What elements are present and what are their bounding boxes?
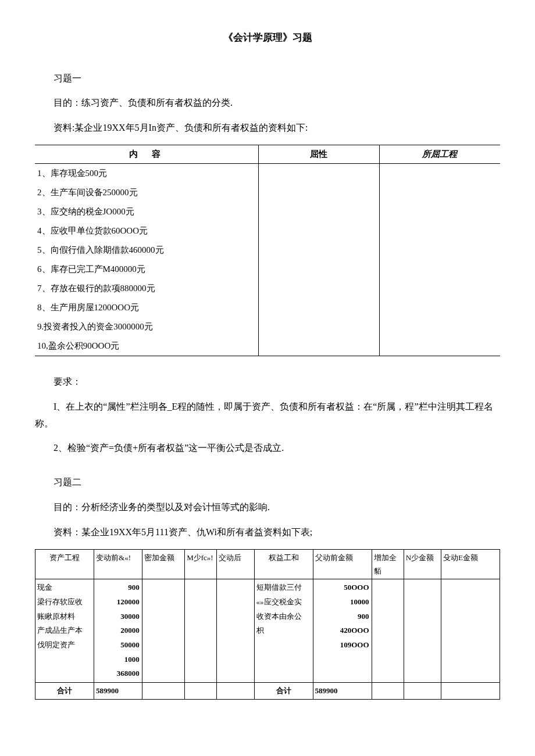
h-dec-a: M少fc»! <box>185 549 217 579</box>
ex1-req2: 2、检验“资产=负债+所有者权益”这一平衡公式是否成立. <box>35 440 500 457</box>
ex1-heading: 习题一 <box>35 70 500 87</box>
h-equity-item: 权益工和 <box>254 549 313 579</box>
ex1-req1: I、在上衣的“属性”栏注明各_E程的随性，即属于资产、负债和所有者权益：在“所属… <box>35 399 500 432</box>
col-proj-header: 所屈工程 <box>379 145 500 163</box>
cell <box>372 683 404 699</box>
proj-cell <box>379 241 500 260</box>
ex1-material: 资料:某企业19XX年5月In资产、负债和所有者权益的资料如下: <box>35 120 500 137</box>
col-content-header: 内容 <box>35 145 258 163</box>
total-assets: 589900 <box>94 683 142 699</box>
asset-labels: 现金 梁行存软应收 账瞅原材料 产成品生产本 伐明定资产 <box>35 579 94 683</box>
h-after-e: 殳动E金额 <box>441 549 500 579</box>
cell <box>217 683 254 699</box>
ex1-table: 内容 屈性 所屈工程 1、库存现金500元 2、生产车间设备250000元 3、… <box>35 145 500 356</box>
ex2-material: 资料：某企业19XX年5月111资产、仇Wi和所有者益资料如下表; <box>35 524 500 541</box>
h-dec-e: N少金额 <box>404 549 441 579</box>
attr-cell <box>258 183 379 202</box>
cell <box>441 579 500 683</box>
cell <box>372 579 404 683</box>
equity-values: 50OOO 10000 900 420OOO 109OOO <box>313 579 372 683</box>
ex2-purpose: 目的：分析经济业务的类型以及对会计恒等式的影响. <box>35 499 500 516</box>
table-row: 7、存放在银行的款项880000元 <box>35 279 258 298</box>
attr-cell <box>258 260 379 279</box>
proj-cell <box>379 336 500 356</box>
total-label-e: 合计 <box>254 683 313 699</box>
table-row: 10,盈余公积90OOO元 <box>35 336 258 356</box>
proj-cell <box>379 163 500 183</box>
table-row: 5、向假行借入除期借款460000元 <box>35 241 258 260</box>
table-row: 3、应交纳的税金JO000元 <box>35 202 258 221</box>
h-inc-e: 增加全貊 <box>372 549 404 579</box>
attr-cell <box>258 202 379 221</box>
cell <box>404 579 441 683</box>
h-before-e: 父动前金额 <box>313 549 372 579</box>
cell <box>185 579 217 683</box>
col-attr-header: 屈性 <box>258 145 379 163</box>
h-before-a: 变动前&«! <box>94 549 142 579</box>
attr-cell <box>258 298 379 317</box>
table-row: 6、库存已完工产M400000元 <box>35 260 258 279</box>
table-row: 4、应收甲单位货款60OOO元 <box>35 221 258 241</box>
cell <box>217 579 254 683</box>
attr-cell <box>258 163 379 183</box>
h-inc-a: 密加金额 <box>142 549 184 579</box>
cell <box>441 683 500 699</box>
h-after-a: 交动后 <box>217 549 254 579</box>
table-row: 8、生产用房屋1200OOO元 <box>35 298 258 317</box>
proj-cell <box>379 260 500 279</box>
exercise-1: 习题一 目的：练习资产、负债和所有者权益的分类. 资料:某企业19XX年5月In… <box>35 70 500 457</box>
h-asset-item: 资产工程 <box>35 549 94 579</box>
cell <box>142 683 184 699</box>
proj-cell <box>379 317 500 336</box>
ex2-heading: 习题二 <box>35 474 500 491</box>
proj-cell <box>379 298 500 317</box>
ex2-table: 资产工程 变动前&«! 密加金额 M少fc»! 交动后 权益工和 父动前金额 增… <box>35 549 500 700</box>
equity-labels: 短期借款三付 «»应交税金实 收资本由余公 枳 <box>254 579 313 683</box>
table-row: 1、库存现金500元 <box>35 163 258 183</box>
proj-cell <box>379 202 500 221</box>
attr-cell <box>258 241 379 260</box>
asset-values: 900 120000 30000 20000 50000 1000 368000 <box>94 579 142 683</box>
page-title: 《会计学原理》习题 <box>35 29 500 47</box>
table-row: 9.投资者投入的资金3000000元 <box>35 317 258 336</box>
ex1-purpose: 目的：练习资产、负债和所有者权益的分类. <box>35 95 500 112</box>
attr-cell <box>258 279 379 298</box>
exercise-2: 习题二 目的：分析经济业务的类型以及对会计恒等式的影响. 资料：某企业19XX年… <box>35 474 500 699</box>
attr-cell <box>258 221 379 241</box>
table-row: 2、生产车间设备250000元 <box>35 183 258 202</box>
cell <box>404 683 441 699</box>
proj-cell <box>379 279 500 298</box>
attr-cell <box>258 317 379 336</box>
total-label-a: 合计 <box>35 683 94 699</box>
proj-cell <box>379 183 500 202</box>
ex1-req-label: 要求： <box>35 374 500 390</box>
attr-cell <box>258 336 379 356</box>
proj-cell <box>379 221 500 241</box>
cell <box>142 579 184 683</box>
total-equity: 589900 <box>313 683 372 699</box>
cell <box>185 683 217 699</box>
